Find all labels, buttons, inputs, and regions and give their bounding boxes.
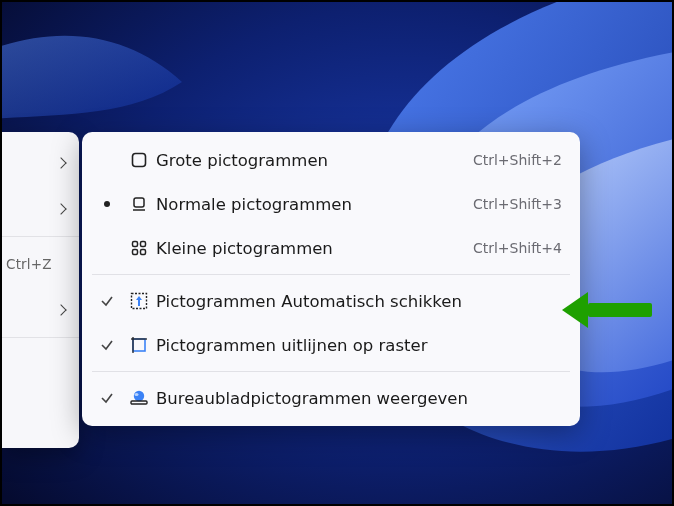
radio-indicator (92, 201, 122, 207)
arrow-head-icon (562, 292, 588, 328)
parent-menu-item[interactable] (2, 186, 79, 232)
svg-rect-6 (133, 250, 138, 255)
menu-item-label: Grote pictogrammen (156, 151, 463, 170)
chevron-right-icon (55, 304, 66, 315)
menu-separator (2, 236, 79, 237)
menu-item-label: Pictogrammen uitlijnen op raster (156, 336, 552, 355)
parent-menu-item[interactable] (2, 140, 79, 186)
menu-separator (2, 337, 79, 338)
svg-rect-14 (131, 401, 147, 404)
menu-item-small-icons[interactable]: Kleine pictogrammen Ctrl+Shift+4 (82, 226, 580, 270)
check-indicator (92, 338, 122, 352)
parent-menu-item[interactable] (2, 287, 79, 333)
menu-item-label: Pictogrammen Automatisch schikken (156, 292, 552, 311)
shortcut-label: Ctrl+Shift+3 (473, 196, 562, 212)
chevron-right-icon (55, 157, 66, 168)
menu-separator (92, 371, 570, 372)
medium-icons-icon (130, 195, 148, 213)
large-icons-icon (130, 151, 148, 169)
show-desktop-icon (129, 388, 149, 408)
svg-rect-4 (133, 242, 138, 247)
view-submenu: Grote pictogrammen Ctrl+Shift+2 Normale … (82, 132, 580, 426)
checkmark-icon (100, 338, 114, 352)
shortcut-label: Ctrl+Shift+2 (473, 152, 562, 168)
menu-item-align-grid[interactable]: Pictogrammen uitlijnen op raster (82, 323, 580, 367)
menu-item-label: Kleine pictogrammen (156, 239, 463, 258)
auto-arrange-icon (129, 291, 149, 311)
svg-rect-2 (134, 198, 144, 207)
menu-item-label: Bureaubladpictogrammen weergeven (156, 389, 552, 408)
svg-rect-7 (141, 250, 146, 255)
menu-item-show-desktop-icons[interactable]: Bureaubladpictogrammen weergeven (82, 376, 580, 420)
align-grid-icon (129, 335, 149, 355)
menu-separator (92, 274, 570, 275)
menu-item-auto-arrange[interactable]: Pictogrammen Automatisch schikken (82, 279, 580, 323)
shortcut-label: Ctrl+Z (6, 256, 52, 272)
svg-rect-1 (133, 154, 146, 167)
svg-rect-5 (141, 242, 146, 247)
menu-item-label: Normale pictogrammen (156, 195, 463, 214)
parent-context-menu: Ctrl+Z (2, 132, 79, 448)
menu-item-large-icons[interactable]: Grote pictogrammen Ctrl+Shift+2 (82, 138, 580, 182)
svg-point-13 (135, 393, 139, 396)
chevron-right-icon (55, 203, 66, 214)
shortcut-label: Ctrl+Shift+4 (473, 240, 562, 256)
viewport: Ctrl+Z Grote pictogrammen Ctrl+Shift+2 (0, 0, 674, 506)
small-icons-icon (130, 239, 148, 257)
svg-rect-9 (133, 339, 145, 351)
check-indicator (92, 391, 122, 405)
check-indicator (92, 294, 122, 308)
menu-item-medium-icons[interactable]: Normale pictogrammen Ctrl+Shift+3 (82, 182, 580, 226)
checkmark-icon (100, 294, 114, 308)
arrow-shaft (588, 303, 652, 317)
parent-menu-item-undo[interactable]: Ctrl+Z (2, 241, 79, 287)
svg-point-12 (134, 391, 144, 401)
callout-arrow (562, 292, 652, 328)
checkmark-icon (100, 391, 114, 405)
